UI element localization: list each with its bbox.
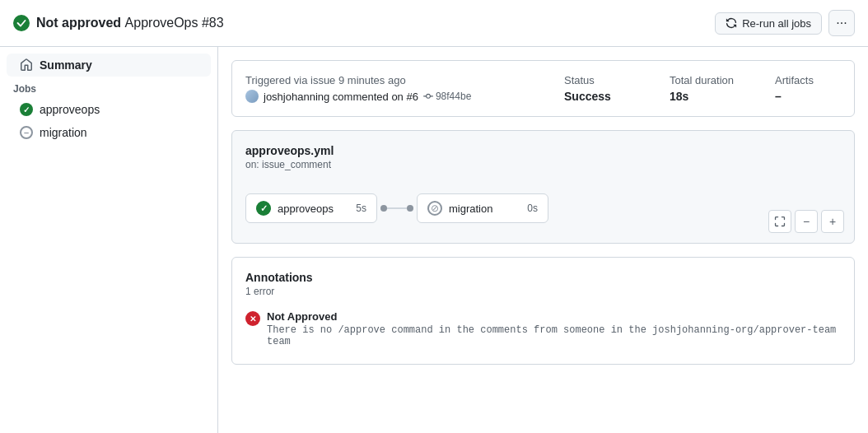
- sidebar-summary-label: Summary: [40, 58, 92, 72]
- annotations-count: 1 error: [245, 286, 841, 297]
- artifacts-section: Artifacts –: [775, 74, 841, 103]
- user-avatar: [245, 90, 259, 103]
- annotations-title: Annotations: [245, 271, 841, 284]
- status-section: Status Success: [564, 74, 630, 103]
- main-layout: Summary Jobs approveops migration Trigge…: [0, 47, 868, 433]
- trigger-label: Triggered via issue 9 minutes ago: [245, 74, 525, 86]
- sidebar-migration-label: migration: [40, 126, 87, 139]
- fullscreen-icon: [774, 216, 786, 227]
- workflow-graph: approveops 5s migration 0s: [245, 187, 841, 230]
- annotations-card: Annotations 1 error Not Approved There i…: [231, 257, 855, 365]
- approveops-node-duration: 5s: [356, 203, 366, 214]
- annotation-description: There is no /approve command in the comm…: [267, 324, 841, 347]
- commit-ref: 98f44be: [423, 91, 471, 102]
- migration-skipped-icon: [20, 126, 33, 139]
- top-header: Not approved ApproveOps #83 Re-run all j…: [0, 0, 868, 47]
- annotation-name: Not Approved: [267, 310, 841, 323]
- sidebar-item-migration[interactable]: migration: [7, 121, 211, 144]
- jobs-section-label: Jobs: [0, 77, 217, 98]
- main-content: Triggered via issue 9 minutes ago joshjo…: [218, 47, 868, 433]
- connector-line: [387, 207, 407, 209]
- rerun-icon: [726, 17, 737, 29]
- status-value: Success: [564, 90, 630, 103]
- rerun-all-jobs-button[interactable]: Re-run all jobs: [715, 12, 822, 35]
- fullscreen-button[interactable]: [768, 210, 791, 233]
- annotation-body: Not Approved There is no /approve comman…: [267, 310, 841, 347]
- zoom-in-button[interactable]: +: [821, 210, 844, 233]
- trigger-section: Triggered via issue 9 minutes ago joshjo…: [245, 74, 525, 103]
- workflow-filename: approveops.yml: [245, 144, 841, 157]
- duration-section: Total duration 18s: [670, 74, 735, 103]
- job-node-migration[interactable]: migration 0s: [417, 193, 548, 223]
- more-options-button[interactable]: ···: [828, 10, 855, 36]
- sidebar-approveops-label: approveops: [40, 103, 100, 116]
- annotation-item: Not Approved There is no /approve comman…: [245, 307, 841, 351]
- header-right: Re-run all jobs ···: [715, 10, 855, 36]
- annotation-error-icon: [245, 311, 260, 326]
- artifacts-value: –: [775, 90, 841, 103]
- commit-icon: [423, 91, 433, 101]
- approveops-node-name: approveops: [278, 203, 334, 215]
- home-icon: [20, 58, 33, 72]
- artifacts-label: Artifacts: [775, 74, 841, 86]
- trigger-comment: joshjohanning commented on #6: [264, 91, 418, 103]
- workflow-controls: − +: [768, 210, 844, 233]
- info-card: Triggered via issue 9 minutes ago joshjo…: [231, 60, 855, 117]
- connector-dot-right: [407, 205, 413, 212]
- duration-value: 18s: [670, 90, 735, 103]
- graph-connector: [377, 205, 417, 212]
- sidebar-item-summary[interactable]: Summary: [7, 54, 211, 77]
- job-node-approveops[interactable]: approveops 5s: [245, 193, 377, 223]
- trigger-detail: joshjohanning commented on #6 98f44be: [245, 90, 525, 103]
- workflow-card: approveops.yml on: issue_comment approve…: [231, 130, 855, 244]
- status-label: Status: [564, 74, 630, 86]
- connector-dot-left: [380, 205, 387, 212]
- header-left: Not approved ApproveOps #83: [13, 15, 224, 31]
- approveops-success-icon: [20, 103, 33, 116]
- migration-node-duration: 0s: [527, 203, 538, 214]
- sidebar: Summary Jobs approveops migration: [0, 47, 218, 433]
- zoom-out-button[interactable]: −: [795, 210, 818, 233]
- sidebar-item-approveops[interactable]: approveops: [7, 98, 211, 121]
- duration-label: Total duration: [670, 74, 735, 86]
- approveops-node-icon: [256, 201, 271, 216]
- migration-node-name: migration: [449, 203, 492, 215]
- migration-node-icon: [427, 201, 442, 216]
- workflow-trigger: on: issue_comment: [245, 159, 841, 170]
- header-status-icon: [13, 15, 30, 31]
- page-title: Not approved ApproveOps #83: [36, 16, 224, 30]
